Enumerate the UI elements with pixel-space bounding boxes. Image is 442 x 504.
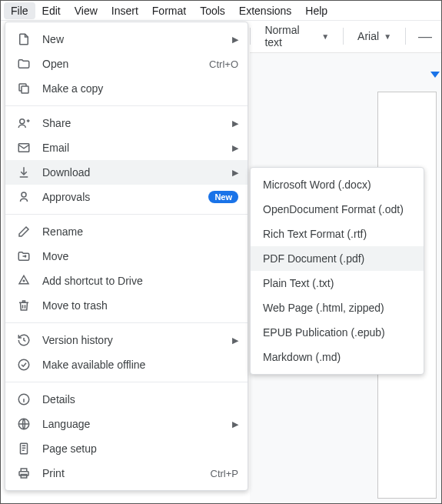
toolbar-divider: [405, 28, 406, 45]
document-icon: [16, 32, 32, 47]
download-submenu: Microsoft Word (.docx) OpenDocument Form…: [250, 167, 424, 375]
trash-icon: [16, 298, 32, 313]
download-option-rtf[interactable]: Rich Text Format (.rtf): [251, 222, 424, 246]
caret-down-icon: ▼: [384, 32, 391, 41]
menu-item-label: Approvals: [42, 191, 198, 203]
menu-item-shortcut: Ctrl+P: [211, 468, 238, 479]
chevron-right-icon: ▶: [232, 168, 238, 178]
download-option-txt[interactable]: Plain Text (.txt): [251, 271, 424, 295]
menu-item-label: Version history: [42, 334, 221, 346]
paragraph-style-label: Normal text: [264, 24, 317, 48]
menu-item-label: PDF Document (.pdf): [263, 252, 411, 265]
file-menu-download[interactable]: Download ▶: [5, 160, 248, 185]
file-menu-details[interactable]: Details: [5, 387, 248, 412]
menu-item-label: Share: [42, 117, 221, 129]
file-menu-open[interactable]: Open Ctrl+O: [5, 52, 248, 76]
menu-separator: [5, 382, 248, 382]
menu-item-label: Page setup: [42, 442, 238, 455]
share-icon: [16, 115, 32, 131]
page-setup-icon: [16, 441, 32, 456]
font-select[interactable]: Arial ▼: [353, 27, 396, 45]
email-icon: [16, 140, 32, 155]
menu-item-label: Rich Text Format (.rtf): [263, 228, 411, 240]
file-menu-language[interactable]: Language ▶: [5, 412, 248, 436]
menu-item-label: Plain Text (.txt): [263, 277, 411, 289]
chevron-right-icon: ▶: [232, 35, 238, 45]
download-option-odt[interactable]: OpenDocument Format (.odt): [251, 197, 424, 222]
file-menu-share[interactable]: Share ▶: [5, 111, 248, 135]
file-menu-version-history[interactable]: Version history ▶: [5, 328, 248, 352]
file-menu-email[interactable]: Email ▶: [5, 135, 248, 160]
menu-item-label: Move: [42, 250, 238, 262]
globe-icon: [16, 416, 32, 432]
paragraph-style-select[interactable]: Normal text ▼: [260, 21, 334, 52]
chevron-right-icon: ▶: [232, 143, 238, 153]
file-menu-add-shortcut[interactable]: Add shortcut to Drive: [5, 269, 248, 293]
menubar: File Edit View Insert Format Tools Exten…: [1, 1, 441, 21]
svg-point-1: [20, 119, 25, 124]
menu-item-label: Details: [42, 393, 238, 406]
menu-format[interactable]: Format: [145, 2, 193, 19]
ruler[interactable]: [262, 72, 441, 87]
approvals-icon: [16, 189, 32, 205]
pencil-icon: [16, 224, 32, 239]
menu-item-label: OpenDocument Format (.odt): [263, 203, 411, 215]
menu-item-label: Download: [42, 166, 221, 179]
download-option-epub[interactable]: EPUB Publication (.epub): [251, 320, 424, 345]
menu-extensions[interactable]: Extensions: [232, 2, 298, 19]
menu-view[interactable]: View: [68, 2, 105, 19]
download-option-html[interactable]: Web Page (.html, zipped): [251, 295, 424, 320]
font-label: Arial: [357, 30, 379, 42]
menu-separator: [5, 105, 248, 106]
menu-item-label: Open: [42, 58, 198, 70]
svg-point-4: [18, 359, 29, 370]
move-icon: [16, 249, 32, 264]
menu-help[interactable]: Help: [298, 2, 334, 19]
download-option-pdf[interactable]: PDF Document (.pdf): [251, 246, 424, 271]
file-menu-approvals[interactable]: Approvals New: [5, 185, 248, 209]
menu-item-shortcut: Ctrl+O: [209, 58, 238, 70]
menu-item-label: Email: [42, 142, 221, 154]
print-icon: [16, 466, 32, 481]
menu-item-label: Microsoft Word (.docx): [263, 179, 411, 191]
menu-item-label: Markdown (.md): [263, 351, 411, 363]
file-menu: New ▶ Open Ctrl+O Make a copy Share ▶ Em…: [5, 22, 248, 491]
file-menu-move-to-trash[interactable]: Move to trash: [5, 293, 248, 318]
menu-item-label: EPUB Publication (.epub): [263, 326, 411, 339]
new-badge: New: [208, 191, 238, 203]
menu-insert[interactable]: Insert: [105, 2, 145, 19]
menu-item-label: Language: [42, 418, 221, 430]
file-menu-rename[interactable]: Rename: [5, 219, 248, 244]
chevron-right-icon: ▶: [232, 419, 238, 429]
download-option-docx[interactable]: Microsoft Word (.docx): [251, 172, 424, 197]
history-icon: [16, 332, 32, 348]
chevron-right-icon: ▶: [232, 335, 238, 345]
menu-item-label: Make available offline: [42, 359, 238, 371]
info-icon: [16, 392, 32, 407]
copy-icon: [16, 81, 32, 96]
download-icon: [16, 165, 32, 180]
menu-separator: [5, 322, 248, 323]
file-menu-make-offline[interactable]: Make available offline: [5, 352, 248, 377]
toolbar-divider: [343, 28, 344, 45]
menu-tools[interactable]: Tools: [193, 2, 232, 19]
file-menu-page-setup[interactable]: Page setup: [5, 436, 248, 461]
menu-item-label: Web Page (.html, zipped): [263, 302, 411, 314]
file-menu-move[interactable]: Move: [5, 244, 248, 269]
menu-separator: [5, 214, 248, 215]
folder-icon: [16, 56, 32, 72]
menu-item-label: Move to trash: [42, 299, 238, 312]
menu-item-label: Make a copy: [42, 82, 238, 95]
file-menu-new[interactable]: New ▶: [5, 27, 248, 52]
menu-item-label: Add shortcut to Drive: [42, 275, 238, 287]
offline-icon: [16, 357, 32, 372]
menu-item-label: Print: [42, 467, 200, 479]
menu-edit[interactable]: Edit: [35, 2, 68, 19]
file-menu-print[interactable]: Print Ctrl+P: [5, 461, 248, 486]
caret-down-icon: ▼: [321, 32, 329, 41]
download-option-md[interactable]: Markdown (.md): [251, 345, 424, 369]
menu-file[interactable]: File: [4, 2, 35, 19]
menu-item-label: New: [42, 33, 221, 45]
file-menu-make-copy[interactable]: Make a copy: [5, 76, 248, 101]
decrease-font-size-button[interactable]: —: [415, 28, 435, 45]
